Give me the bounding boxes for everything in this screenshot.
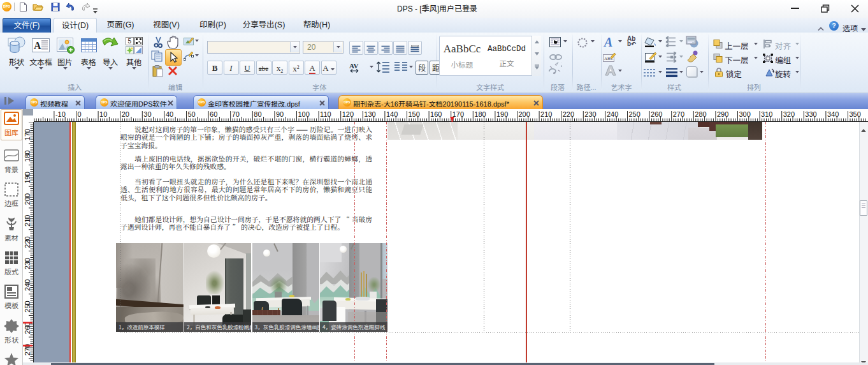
svg-text:100: 100 bbox=[298, 110, 310, 118]
svg-text:330: 330 bbox=[805, 110, 816, 118]
svg-text:20: 20 bbox=[122, 110, 129, 118]
svg-text:190: 190 bbox=[24, 172, 31, 183]
svg-text:170: 170 bbox=[452, 110, 464, 118]
svg-text:280: 280 bbox=[695, 110, 706, 118]
svg-text:190: 190 bbox=[496, 110, 508, 118]
svg-text:350: 350 bbox=[850, 110, 861, 118]
svg-text:240: 240 bbox=[607, 110, 618, 118]
svg-text:150: 150 bbox=[409, 110, 420, 118]
svg-text:240: 240 bbox=[24, 279, 31, 291]
svg-text:300: 300 bbox=[739, 110, 751, 118]
svg-text:320: 320 bbox=[783, 110, 795, 118]
svg-text:50: 50 bbox=[188, 110, 196, 118]
svg-text:140: 140 bbox=[386, 110, 398, 118]
svg-text:210: 210 bbox=[24, 215, 31, 227]
svg-text:230: 230 bbox=[24, 258, 31, 269]
svg-text:180: 180 bbox=[24, 151, 31, 162]
svg-text:340: 340 bbox=[827, 110, 839, 118]
svg-text:160: 160 bbox=[430, 110, 442, 118]
svg-text:0: 0 bbox=[78, 110, 82, 118]
svg-text:10: 10 bbox=[99, 110, 107, 118]
svg-text:40: 40 bbox=[166, 110, 173, 118]
svg-text:210: 210 bbox=[540, 110, 552, 118]
svg-text:270: 270 bbox=[673, 110, 684, 118]
svg-text:90: 90 bbox=[276, 110, 284, 118]
svg-text:110: 110 bbox=[320, 110, 331, 118]
svg-text:120: 120 bbox=[342, 110, 354, 118]
svg-text:220: 220 bbox=[563, 110, 574, 118]
svg-text:60: 60 bbox=[210, 110, 217, 118]
svg-text:200: 200 bbox=[519, 110, 530, 118]
svg-text:250: 250 bbox=[629, 110, 640, 118]
svg-text:260: 260 bbox=[24, 322, 31, 334]
svg-text:5: 5 bbox=[128, 38, 132, 45]
svg-text:80: 80 bbox=[254, 110, 261, 118]
svg-text:230: 230 bbox=[584, 110, 596, 118]
svg-text:-10: -10 bbox=[55, 110, 66, 118]
svg-text:A: A bbox=[34, 40, 41, 51]
svg-text:70: 70 bbox=[232, 110, 240, 118]
svg-text:310: 310 bbox=[761, 110, 772, 118]
svg-text:250: 250 bbox=[24, 301, 31, 312]
svg-text:30: 30 bbox=[143, 110, 151, 118]
svg-text:180: 180 bbox=[474, 110, 486, 118]
svg-text:260: 260 bbox=[651, 110, 662, 118]
svg-text:290: 290 bbox=[717, 110, 728, 118]
svg-text:170: 170 bbox=[24, 129, 31, 140]
svg-text:200: 200 bbox=[24, 193, 31, 205]
svg-text:130: 130 bbox=[364, 110, 375, 118]
svg-text:220: 220 bbox=[24, 236, 31, 248]
